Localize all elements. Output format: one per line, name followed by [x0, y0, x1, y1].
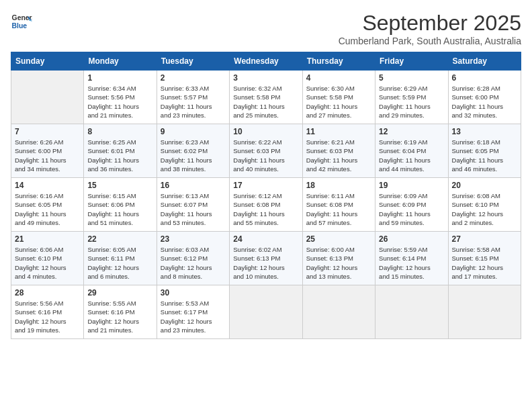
calendar-week-row: 21Sunrise: 6:06 AMSunset: 6:10 PMDayligh…	[11, 232, 521, 285]
calendar-cell: 17Sunrise: 6:12 AMSunset: 6:08 PMDayligh…	[230, 178, 302, 232]
day-info: Sunrise: 6:11 AMSunset: 6:08 PMDaylight:…	[306, 191, 371, 227]
day-number: 19	[379, 181, 444, 190]
calendar-cell: 8Sunrise: 6:25 AMSunset: 6:01 PMDaylight…	[84, 124, 157, 178]
day-number: 7	[15, 127, 80, 136]
day-info: Sunrise: 6:23 AMSunset: 6:02 PMDaylight:…	[161, 138, 226, 173]
title-section: September 2025 Cumberland Park, South Au…	[339, 11, 521, 46]
day-info: Sunrise: 5:55 AMSunset: 6:16 PMDaylight:…	[87, 299, 152, 334]
page-header: General Blue General Blue September 2025…	[11, 11, 521, 46]
calendar-cell	[448, 285, 521, 339]
day-number: 30	[161, 288, 226, 298]
calendar-cell: 21Sunrise: 6:06 AMSunset: 6:10 PMDayligh…	[11, 232, 84, 285]
calendar-cell: 10Sunrise: 6:22 AMSunset: 6:03 PMDayligh…	[230, 124, 302, 178]
calendar-cell: 5Sunrise: 6:29 AMSunset: 5:59 PMDaylight…	[375, 71, 448, 124]
day-info: Sunrise: 6:21 AMSunset: 6:03 PMDaylight:…	[306, 138, 371, 173]
day-info: Sunrise: 6:08 AMSunset: 6:10 PMDaylight:…	[452, 191, 517, 227]
day-number: 14	[15, 181, 80, 190]
calendar-cell: 29Sunrise: 5:55 AMSunset: 6:16 PMDayligh…	[84, 285, 157, 339]
day-number: 3	[233, 73, 298, 83]
day-number: 8	[87, 127, 152, 136]
calendar-cell: 19Sunrise: 6:09 AMSunset: 6:09 PMDayligh…	[375, 178, 448, 232]
calendar-cell: 28Sunrise: 5:56 AMSunset: 6:16 PMDayligh…	[11, 285, 84, 339]
day-number: 28	[15, 288, 80, 298]
day-info: Sunrise: 6:18 AMSunset: 6:05 PMDaylight:…	[452, 138, 517, 173]
calendar-cell: 3Sunrise: 6:32 AMSunset: 5:58 PMDaylight…	[230, 71, 302, 124]
day-info: Sunrise: 5:59 AMSunset: 6:14 PMDaylight:…	[379, 245, 444, 281]
calendar-cell: 30Sunrise: 5:53 AMSunset: 6:17 PMDayligh…	[157, 285, 229, 339]
day-number: 1	[87, 73, 152, 83]
day-info: Sunrise: 6:00 AMSunset: 6:13 PMDaylight:…	[306, 245, 371, 281]
calendar-cell: 24Sunrise: 6:02 AMSunset: 6:13 PMDayligh…	[230, 232, 302, 285]
day-info: Sunrise: 5:58 AMSunset: 6:15 PMDaylight:…	[452, 245, 517, 281]
day-info: Sunrise: 6:33 AMSunset: 5:57 PMDaylight:…	[161, 84, 226, 120]
day-number: 5	[379, 73, 444, 83]
calendar-cell	[375, 285, 448, 339]
calendar-cell: 12Sunrise: 6:19 AMSunset: 6:04 PMDayligh…	[375, 124, 448, 178]
calendar-cell: 22Sunrise: 6:05 AMSunset: 6:11 PMDayligh…	[84, 232, 157, 285]
day-info: Sunrise: 6:13 AMSunset: 6:07 PMDaylight:…	[161, 191, 226, 227]
day-info: Sunrise: 6:06 AMSunset: 6:10 PMDaylight:…	[15, 245, 80, 281]
calendar-cell: 16Sunrise: 6:13 AMSunset: 6:07 PMDayligh…	[157, 178, 229, 232]
month-title: September 2025	[339, 11, 521, 36]
calendar-cell: 25Sunrise: 6:00 AMSunset: 6:13 PMDayligh…	[302, 232, 375, 285]
calendar-cell: 1Sunrise: 6:34 AMSunset: 5:56 PMDaylight…	[84, 71, 157, 124]
calendar-week-row: 14Sunrise: 6:16 AMSunset: 6:05 PMDayligh…	[11, 178, 521, 232]
calendar-week-row: 28Sunrise: 5:56 AMSunset: 6:16 PMDayligh…	[11, 285, 521, 339]
calendar-cell: 23Sunrise: 6:03 AMSunset: 6:12 PMDayligh…	[157, 232, 229, 285]
day-info: Sunrise: 6:19 AMSunset: 6:04 PMDaylight:…	[379, 138, 444, 173]
day-number: 4	[306, 73, 371, 83]
calendar-cell: 18Sunrise: 6:11 AMSunset: 6:08 PMDayligh…	[302, 178, 375, 232]
calendar-cell	[302, 285, 375, 339]
day-info: Sunrise: 6:22 AMSunset: 6:03 PMDaylight:…	[233, 138, 298, 173]
day-number: 27	[452, 234, 517, 244]
column-header-saturday: Saturday	[448, 52, 521, 71]
column-header-thursday: Thursday	[302, 52, 375, 71]
calendar-header-row: SundayMondayTuesdayWednesdayThursdayFrid…	[11, 52, 521, 71]
day-info: Sunrise: 6:26 AMSunset: 6:00 PMDaylight:…	[15, 138, 80, 173]
day-number: 17	[233, 181, 298, 190]
day-info: Sunrise: 5:53 AMSunset: 6:17 PMDaylight:…	[161, 299, 226, 334]
day-number: 24	[233, 234, 298, 244]
calendar-table: SundayMondayTuesdayWednesdayThursdayFrid…	[11, 52, 521, 339]
day-number: 29	[87, 288, 152, 298]
day-number: 6	[452, 73, 517, 83]
svg-text:Blue: Blue	[12, 22, 28, 30]
column-header-friday: Friday	[375, 52, 448, 71]
calendar-cell: 6Sunrise: 6:28 AMSunset: 6:00 PMDaylight…	[448, 71, 521, 124]
calendar-cell: 15Sunrise: 6:15 AMSunset: 6:06 PMDayligh…	[84, 178, 157, 232]
day-info: Sunrise: 6:30 AMSunset: 5:58 PMDaylight:…	[306, 84, 371, 120]
calendar-cell: 2Sunrise: 6:33 AMSunset: 5:57 PMDaylight…	[157, 71, 229, 124]
day-number: 15	[87, 181, 152, 190]
day-number: 16	[161, 181, 226, 190]
day-number: 13	[452, 127, 517, 136]
calendar-cell: 13Sunrise: 6:18 AMSunset: 6:05 PMDayligh…	[448, 124, 521, 178]
day-number: 10	[233, 127, 298, 136]
day-info: Sunrise: 6:05 AMSunset: 6:11 PMDaylight:…	[87, 245, 152, 281]
calendar-cell: 27Sunrise: 5:58 AMSunset: 6:15 PMDayligh…	[448, 232, 521, 285]
column-header-sunday: Sunday	[11, 52, 84, 71]
day-info: Sunrise: 5:56 AMSunset: 6:16 PMDaylight:…	[15, 299, 80, 334]
calendar-cell	[11, 71, 84, 124]
day-info: Sunrise: 6:15 AMSunset: 6:06 PMDaylight:…	[87, 191, 152, 227]
day-number: 18	[306, 181, 371, 190]
logo-icon: General Blue	[11, 11, 32, 32]
day-number: 9	[161, 127, 226, 136]
column-header-monday: Monday	[84, 52, 157, 71]
calendar-cell	[230, 285, 302, 339]
calendar-cell: 11Sunrise: 6:21 AMSunset: 6:03 PMDayligh…	[302, 124, 375, 178]
day-info: Sunrise: 6:16 AMSunset: 6:05 PMDaylight:…	[15, 191, 80, 227]
logo: General Blue General Blue	[11, 11, 32, 32]
day-number: 26	[379, 234, 444, 244]
day-number: 25	[306, 234, 371, 244]
day-info: Sunrise: 6:29 AMSunset: 5:59 PMDaylight:…	[379, 84, 444, 120]
day-info: Sunrise: 6:02 AMSunset: 6:13 PMDaylight:…	[233, 245, 298, 281]
day-info: Sunrise: 6:09 AMSunset: 6:09 PMDaylight:…	[379, 191, 444, 227]
day-number: 11	[306, 127, 371, 136]
column-header-wednesday: Wednesday	[230, 52, 302, 71]
column-header-tuesday: Tuesday	[157, 52, 229, 71]
day-info: Sunrise: 6:25 AMSunset: 6:01 PMDaylight:…	[87, 138, 152, 173]
calendar-cell: 4Sunrise: 6:30 AMSunset: 5:58 PMDaylight…	[302, 71, 375, 124]
day-info: Sunrise: 6:12 AMSunset: 6:08 PMDaylight:…	[233, 191, 298, 227]
location-label: Cumberland Park, South Australia, Austra…	[339, 36, 521, 46]
day-number: 23	[161, 234, 226, 244]
